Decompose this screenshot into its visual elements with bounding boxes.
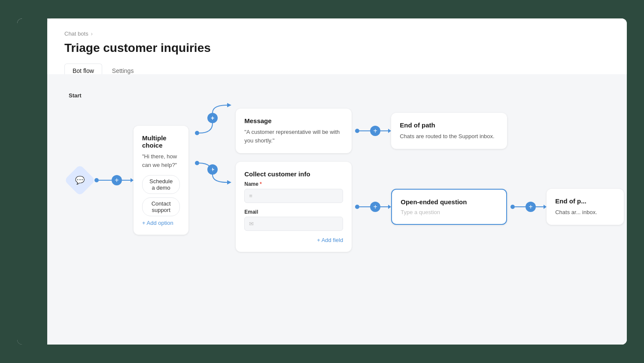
message-text: "A customer representative will be with … (244, 128, 343, 145)
option-schedule-demo[interactable]: Schedule a demo (142, 175, 180, 194)
breadcrumb-link[interactable]: Chat bots (64, 30, 88, 37)
sidebar-strip (17, 18, 47, 345)
email-field-input[interactable]: ✉ (244, 217, 343, 231)
header: Chat bots › Triage customer inquiries Bo… (47, 18, 627, 79)
connector-open-end2: + (507, 202, 547, 212)
add-option-button[interactable]: + Add option (142, 220, 180, 226)
name-field-input[interactable]: ≡ (244, 189, 343, 203)
open-ended-placeholder: Type a question (401, 209, 498, 215)
start-node: 💬 (64, 164, 96, 196)
svg-marker-7 (227, 180, 231, 185)
email-field-label: Email (244, 209, 343, 215)
collect-info-node: Collect customer info Name * ≡ (236, 162, 352, 252)
collect-info-title: Collect customer info (244, 170, 343, 178)
canvas-content: Start 💬 + (64, 91, 580, 252)
start-label: Start (69, 92, 82, 99)
end-of-path-node-2: End of p... Chats ar... inbox. (547, 189, 624, 225)
envelope-icon: ✉ (249, 221, 254, 227)
svg-point-4 (195, 161, 199, 165)
required-star: * (260, 181, 262, 187)
option-contact-support[interactable]: Contact support (142, 197, 180, 216)
end-path-title-2: End of p... (555, 197, 615, 205)
end-path-text-1: Chats are routed to the Support inbox. (400, 132, 498, 141)
main-panel: Chat bots › Triage customer inquiries Bo… (47, 18, 627, 345)
connector-start: + (91, 175, 134, 185)
branch-svg: + + (188, 99, 236, 193)
end-path-title-1: End of path (400, 121, 498, 129)
name-field-label: Name * (244, 181, 343, 187)
open-ended-title: Open-ended question (401, 198, 498, 206)
flow-canvas: Start 💬 + (47, 74, 627, 345)
add-node-button-2[interactable]: + (370, 126, 380, 136)
svg-marker-3 (227, 103, 231, 107)
breadcrumb-arrow: › (91, 31, 93, 37)
message-node: Message "A customer representative will … (236, 109, 352, 153)
svg-text:+: + (211, 115, 214, 121)
add-field-button[interactable]: + Add field (244, 237, 343, 243)
add-node-button-3[interactable]: + (370, 202, 380, 212)
open-ended-node: Open-ended question Type a question (391, 189, 507, 225)
end-of-path-node-1: End of path Chats are routed to the Supp… (391, 113, 507, 149)
message-title: Message (244, 117, 343, 124)
breadcrumb: Chat bots › (64, 30, 610, 37)
end-path-text-2: Chats ar... inbox. (555, 208, 615, 217)
add-node-button-4[interactable]: + (526, 202, 536, 212)
connector-message-end: + (352, 126, 391, 136)
page-title: Triage customer inquiries (64, 41, 610, 55)
add-node-button-1[interactable]: + (112, 175, 122, 185)
multiple-choice-node: Multiple choice "Hi there, how can we he… (134, 126, 188, 235)
multiple-choice-title: Multiple choice (142, 134, 180, 149)
multiple-choice-question: "Hi there, how can we help?" (142, 152, 180, 169)
lines-icon: ≡ (249, 193, 252, 199)
connector-collect-open: + (352, 202, 391, 212)
chat-bubble-icon: 💬 (75, 175, 85, 185)
svg-point-0 (195, 131, 199, 135)
